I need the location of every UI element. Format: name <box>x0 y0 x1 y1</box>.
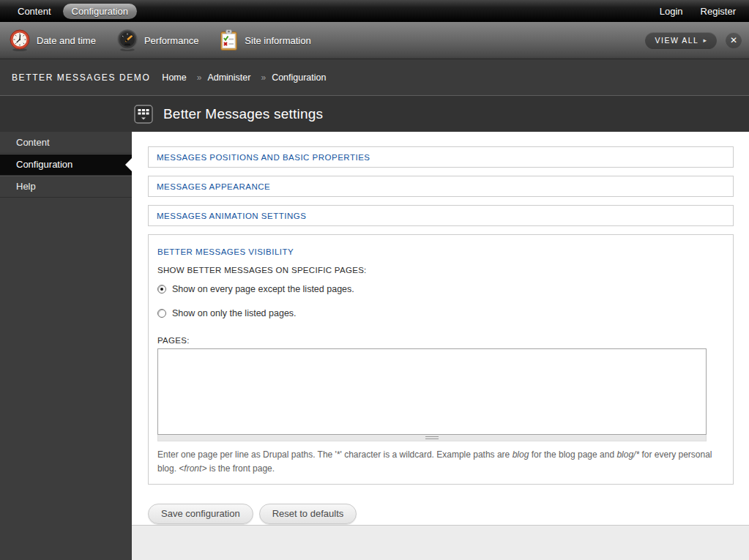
tab-content[interactable]: Content <box>9 4 60 19</box>
fieldset-legend[interactable]: BETTER MESSAGES VISIBILITY <box>157 247 294 256</box>
sidebar-item-content[interactable]: Content <box>0 132 132 154</box>
fieldset-legend[interactable]: MESSAGES POSITIONS AND BASIC PROPERTIES <box>149 153 379 162</box>
breadcrumb-configuration[interactable]: Configuration <box>272 72 326 83</box>
sidebar: Content Configuration Help <box>0 132 132 560</box>
settings-form: MESSAGES POSITIONS AND BASIC PROPERTIES … <box>132 132 749 525</box>
reset-to-defaults-button[interactable]: Reset to defaults <box>259 504 357 524</box>
fieldset-visibility: BETTER MESSAGES VISIBILITY SHOW BETTER M… <box>148 234 734 485</box>
view-all-button[interactable]: VIEW ALL ▸ <box>645 32 717 49</box>
sidebar-item-help[interactable]: Help <box>0 176 132 198</box>
radio-option-only-listed[interactable]: Show on only the listed pages. <box>157 308 724 318</box>
grippie-lines-icon <box>425 436 439 440</box>
close-icon: ✕ <box>730 35 737 45</box>
shortcut-date-and-time[interactable]: Date and time <box>9 29 96 52</box>
description-text: for the blog page and <box>529 449 616 460</box>
breadcrumb-separator: » <box>261 72 266 83</box>
admin-toolbar: Content Configuration Login Register <box>0 0 749 22</box>
fieldset-legend[interactable]: MESSAGES ANIMATION SETTINGS <box>149 212 314 220</box>
main-area: Content Configuration Help MESSAGES POSI… <box>0 132 749 560</box>
fieldset-messages-appearance[interactable]: MESSAGES APPEARANCE <box>148 176 734 197</box>
page-title-band: Better Messages settings <box>0 95 749 132</box>
description-example: <front> <box>179 463 206 474</box>
radio-option-every-page[interactable]: Show on every page except the listed pag… <box>157 284 724 294</box>
fieldset-positions-basic-properties[interactable]: MESSAGES POSITIONS AND BASIC PROPERTIES <box>148 146 734 168</box>
breadcrumb-separator: » <box>197 72 202 83</box>
clipboard-icon <box>219 29 239 52</box>
site-name[interactable]: BETTER MESSAGES DEMO <box>12 72 150 83</box>
pages-field-label: PAGES: <box>157 336 724 345</box>
gauge-icon <box>116 29 138 52</box>
breadcrumb: BETTER MESSAGES DEMO Home » Administer »… <box>0 59 749 95</box>
form-actions: Save configuration Reset to defaults <box>148 504 734 524</box>
login-link[interactable]: Login <box>660 6 683 17</box>
page-title: Better Messages settings <box>163 106 323 122</box>
tab-configuration[interactable]: Configuration <box>63 4 137 19</box>
register-link[interactable]: Register <box>701 6 736 17</box>
shortcut-performance[interactable]: Performance <box>116 29 198 52</box>
shortcut-label: Date and time <box>37 35 96 46</box>
sidebar-item-configuration[interactable]: Configuration <box>0 154 132 176</box>
chevron-right-icon: ▸ <box>703 37 707 44</box>
description-example: blog <box>513 449 529 460</box>
breadcrumb-administer[interactable]: Administer <box>207 72 250 83</box>
content-column: MESSAGES POSITIONS AND BASIC PROPERTIES … <box>132 132 749 560</box>
shortcut-label: Performance <box>144 35 198 46</box>
show-messages-group-label: SHOW BETTER MESSAGES ON SPECIFIC PAGES: <box>157 266 724 275</box>
description-text: is the front page. <box>206 463 275 474</box>
view-all-label: VIEW ALL <box>655 36 699 45</box>
shortcut-bar-controls: VIEW ALL ▸ ✕ <box>645 32 742 49</box>
fieldset-legend[interactable]: MESSAGES APPEARANCE <box>149 182 278 191</box>
textarea-resize-grippie[interactable] <box>157 435 707 441</box>
description-text: Enter one page per line as Drupal paths.… <box>157 449 513 460</box>
pages-field-description: Enter one page per line as Drupal paths.… <box>157 448 724 475</box>
close-shortcut-bar-button[interactable]: ✕ <box>726 32 742 48</box>
fieldset-animation-settings[interactable]: MESSAGES ANIMATION SETTINGS <box>148 205 734 226</box>
shortcut-items: Date and time Performanc <box>9 29 332 52</box>
radio-label: Show on only the listed pages. <box>172 308 297 318</box>
radio-label: Show on every page except the listed pag… <box>172 284 354 294</box>
radio-icon-unselected[interactable] <box>157 309 166 318</box>
admin-toolbar-tabs: Content Configuration <box>9 4 137 19</box>
radio-icon-selected[interactable] <box>157 285 166 294</box>
content-footer <box>132 525 749 560</box>
shortcut-bar: Date and time Performanc <box>0 22 749 59</box>
shortcut-toggle-icon[interactable] <box>134 105 153 124</box>
breadcrumb-home[interactable]: Home <box>162 72 186 83</box>
shortcut-label: Site information <box>245 35 310 46</box>
save-configuration-button[interactable]: Save configuration <box>148 504 253 524</box>
clock-icon <box>9 29 31 52</box>
shortcut-site-information[interactable]: Site information <box>219 29 310 52</box>
pages-textarea[interactable] <box>157 348 707 435</box>
account-links: Login Register <box>660 6 736 17</box>
description-example: blog/* <box>616 449 639 460</box>
